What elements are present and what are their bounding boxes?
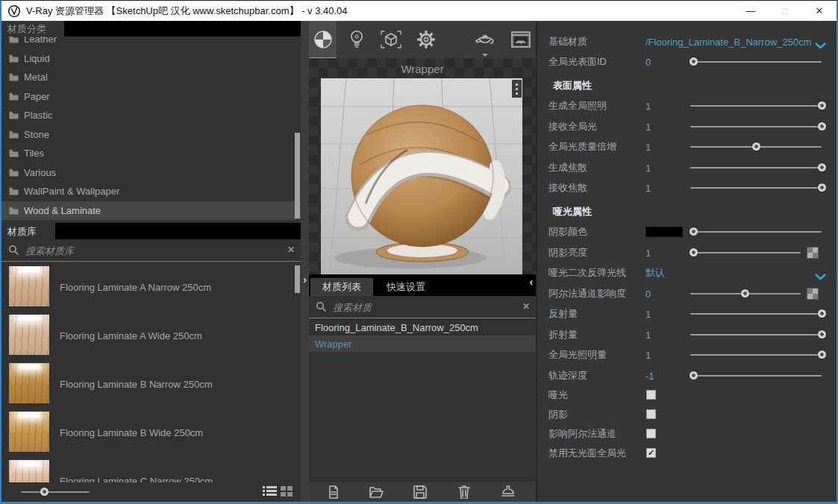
open-file-icon[interactable] bbox=[369, 485, 384, 500]
slider-track[interactable] bbox=[690, 293, 801, 294]
slider-track[interactable] bbox=[690, 252, 801, 253]
settings-tool-button[interactable] bbox=[413, 21, 440, 58]
color-swatch[interactable] bbox=[645, 227, 683, 237]
slider-handle[interactable] bbox=[818, 163, 826, 171]
category-item[interactable]: Various bbox=[1, 163, 301, 183]
maximize-button[interactable]: □ bbox=[768, 1, 802, 21]
collapse-left-icon[interactable]: ‹ bbox=[527, 275, 536, 288]
render-window-button[interactable] bbox=[506, 21, 536, 58]
property-value[interactable]: 1 bbox=[645, 329, 651, 340]
material-search-input[interactable] bbox=[331, 298, 513, 316]
category-item[interactable]: Plastic bbox=[1, 106, 301, 125]
property-value[interactable]: 1 bbox=[645, 183, 651, 194]
property-value[interactable]: -1 bbox=[645, 370, 654, 381]
property-value[interactable]: 1 bbox=[645, 101, 651, 112]
property-value[interactable]: 1 bbox=[645, 350, 651, 361]
texture-slot-button[interactable] bbox=[807, 288, 819, 300]
slider-handle[interactable] bbox=[690, 248, 698, 256]
material-list-item[interactable]: Flooring Laminate A Narrow 250cm bbox=[1, 262, 301, 311]
checkbox[interactable] bbox=[646, 409, 656, 419]
geometry-cube-icon bbox=[380, 29, 402, 50]
thumbnail-size-slider[interactable] bbox=[21, 491, 90, 493]
scene-material-item[interactable]: Flooring_Laminate_B_Narrow_250cm bbox=[309, 319, 536, 336]
chevron-down-icon[interactable] bbox=[815, 39, 826, 52]
slider-track[interactable] bbox=[690, 146, 822, 148]
slider-track[interactable] bbox=[690, 187, 822, 189]
minimize-button[interactable]: — bbox=[734, 1, 768, 21]
texture-slot-button[interactable] bbox=[807, 247, 819, 259]
scene-material-item[interactable]: Wrapper bbox=[309, 336, 536, 352]
slider-handle[interactable] bbox=[752, 142, 760, 151]
library-search-input[interactable] bbox=[24, 242, 278, 259]
property-value[interactable]: 1 bbox=[645, 309, 651, 320]
material-thumbnail bbox=[9, 315, 49, 355]
lights-tool-button[interactable] bbox=[343, 21, 370, 58]
purge-icon[interactable] bbox=[501, 485, 516, 500]
tab-quick-settings[interactable]: 快速设置 bbox=[375, 278, 437, 296]
preview-menu-icon[interactable] bbox=[512, 80, 522, 98]
slider-track[interactable] bbox=[690, 313, 822, 315]
expand-right-icon[interactable]: › bbox=[301, 273, 309, 286]
new-material-icon[interactable] bbox=[326, 485, 341, 500]
clear-search-icon[interactable]: ✕ bbox=[287, 245, 295, 255]
category-scrollbar[interactable] bbox=[295, 133, 300, 218]
list-view-icon[interactable] bbox=[263, 485, 277, 500]
tab-material-list[interactable]: 材质列表 bbox=[310, 278, 373, 296]
category-item[interactable]: Stone bbox=[1, 125, 301, 145]
save-file-icon[interactable] bbox=[413, 485, 428, 500]
category-item[interactable]: WallPaint & Wallpaper bbox=[1, 182, 301, 201]
property-value[interactable]: 0 bbox=[645, 57, 651, 68]
thumbnail-size-handle[interactable] bbox=[40, 488, 49, 496]
slider-track[interactable] bbox=[690, 375, 822, 377]
slider-handle[interactable] bbox=[818, 122, 826, 130]
slider-track[interactable] bbox=[690, 61, 822, 63]
slider-track[interactable] bbox=[690, 126, 822, 127]
checkbox[interactable]: ✓ bbox=[646, 448, 656, 458]
chevron-down-icon[interactable] bbox=[815, 270, 826, 283]
render-button[interactable] bbox=[470, 21, 500, 58]
delete-icon[interactable] bbox=[457, 485, 472, 500]
property-value[interactable]: 默认 bbox=[645, 266, 665, 280]
category-item[interactable]: Tiles bbox=[1, 144, 301, 163]
material-list-item[interactable]: Flooring Laminate B Wide 250cm bbox=[1, 408, 301, 456]
slider-track[interactable] bbox=[690, 167, 822, 168]
category-item[interactable]: Liquid bbox=[1, 49, 301, 69]
material-list-item[interactable]: Flooring Laminate B Narrow 250cm bbox=[1, 359, 301, 408]
slider-handle[interactable] bbox=[818, 183, 826, 192]
grid-view-icon[interactable] bbox=[281, 485, 293, 500]
material-list-item[interactable]: Flooring Laminate C Narrow 250cm bbox=[1, 456, 301, 483]
slider-handle[interactable] bbox=[690, 57, 698, 66]
slider-track[interactable] bbox=[690, 231, 822, 233]
slider-handle[interactable] bbox=[818, 101, 826, 110]
panel-splitter[interactable]: › bbox=[301, 21, 309, 502]
slider-handle[interactable] bbox=[741, 289, 749, 297]
materials-tool-button[interactable] bbox=[309, 21, 337, 58]
material-list-item[interactable]: Flooring Laminate A Wide 250cm bbox=[1, 311, 301, 359]
property-value[interactable]: 1 bbox=[645, 247, 651, 258]
slider-handle[interactable] bbox=[818, 330, 826, 338]
checkbox[interactable] bbox=[646, 390, 656, 400]
render-dropdown-arrow-icon[interactable] bbox=[482, 54, 488, 57]
checkbox[interactable] bbox=[646, 429, 656, 438]
property-value[interactable]: /Flooring_Laminate_B_Narrow_250cm bbox=[645, 36, 812, 47]
library-header-label: 材质库 bbox=[7, 225, 37, 239]
category-item[interactable]: Wood & Laminate bbox=[1, 201, 301, 221]
slider-track[interactable] bbox=[690, 105, 822, 107]
material-name: Flooring Laminate A Narrow 250cm bbox=[60, 281, 211, 292]
material-list-scrollbar[interactable] bbox=[295, 265, 300, 293]
clear-search-icon[interactable]: ✕ bbox=[522, 301, 530, 312]
slider-track[interactable] bbox=[690, 354, 822, 356]
slider-track[interactable] bbox=[690, 334, 822, 336]
property-value[interactable]: 1 bbox=[645, 162, 651, 173]
slider-handle[interactable] bbox=[690, 227, 698, 236]
slider-handle[interactable] bbox=[818, 350, 826, 359]
category-item[interactable]: Paper bbox=[1, 87, 301, 107]
category-item[interactable]: Metal bbox=[1, 68, 301, 87]
property-value[interactable]: 1 bbox=[645, 142, 651, 153]
close-button[interactable]: ✕ bbox=[802, 1, 837, 21]
property-value[interactable]: 1 bbox=[645, 121, 651, 132]
slider-handle[interactable] bbox=[818, 309, 826, 318]
property-value[interactable]: 0 bbox=[645, 288, 651, 299]
geometry-tool-button[interactable] bbox=[378, 21, 404, 58]
slider-handle[interactable] bbox=[690, 371, 698, 379]
